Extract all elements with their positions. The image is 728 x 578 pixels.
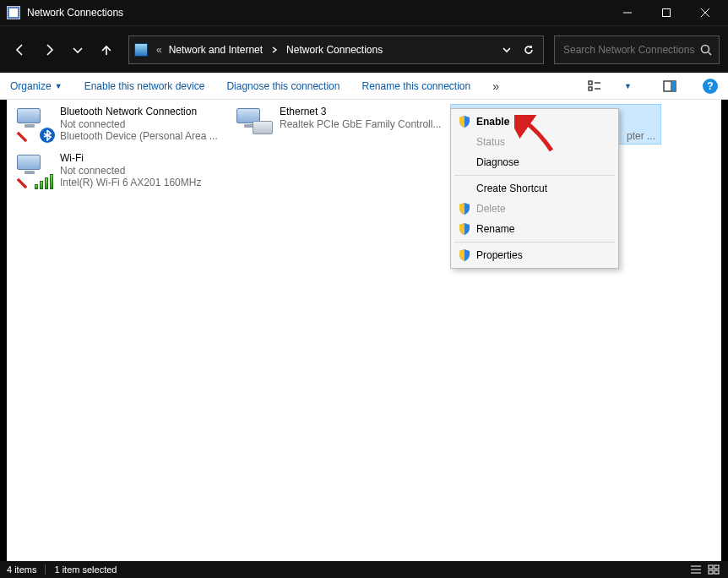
svg-line-17 xyxy=(18,179,26,188)
maximize-button[interactable] xyxy=(647,0,686,25)
connection-status: Not connected xyxy=(60,118,218,131)
window-icon xyxy=(7,6,20,19)
organize-menu[interactable]: Organize ▼ xyxy=(10,80,62,92)
breadcrumb-seg-network-and-internet[interactable]: Network and Internet xyxy=(166,42,266,57)
rename-connection-button[interactable]: Rename this connection xyxy=(361,80,470,92)
connection-device: Bluetooth Device (Personal Area ... xyxy=(60,130,218,143)
up-button[interactable] xyxy=(95,38,118,62)
search-input[interactable] xyxy=(562,43,700,57)
status-bar: 4 items 1 item selected xyxy=(0,561,728,578)
disabled-x-icon xyxy=(16,131,28,143)
context-menu-label: Rename xyxy=(476,223,514,235)
svg-line-6 xyxy=(709,52,711,55)
connection-name: Ethernet 3 xyxy=(280,106,441,118)
breadcrumb-seg-network-connections[interactable]: Network Connections xyxy=(283,42,386,57)
menu-separator xyxy=(454,175,615,176)
close-button[interactable] xyxy=(686,0,725,25)
svg-rect-7 xyxy=(589,81,592,85)
connection-device: Realtek PCIe GbE Family Controll... xyxy=(280,118,441,131)
view-caret-icon[interactable]: ▼ xyxy=(624,82,632,90)
uac-shield-icon xyxy=(458,248,471,262)
context-menu-label: Properties xyxy=(476,249,523,261)
context-menu-delete: Delete xyxy=(453,199,617,219)
uac-shield-icon xyxy=(458,202,471,215)
bluetooth-icon xyxy=(40,128,55,143)
status-item-count: 4 items xyxy=(7,564,36,575)
address-history-button[interactable] xyxy=(496,39,518,61)
connection-device-fragment: pter ... xyxy=(627,130,655,142)
svg-rect-24 xyxy=(714,570,719,574)
connection-device: Intel(R) Wi-Fi 6 AX201 160MHz xyxy=(60,177,201,189)
breadcrumb-prefix: « xyxy=(153,42,166,57)
svg-rect-13 xyxy=(671,81,676,91)
context-menu-label: Diagnose xyxy=(476,156,519,168)
diagnose-button[interactable]: Diagnose this connection xyxy=(226,80,340,92)
svg-line-15 xyxy=(18,133,26,141)
address-bar[interactable]: « Network and Internet Network Connectio… xyxy=(128,35,544,64)
chevron-right-icon xyxy=(266,45,283,55)
context-menu-rename[interactable]: Rename xyxy=(453,219,617,239)
status-selection-count: 1 item selected xyxy=(54,564,117,575)
details-view-button[interactable] xyxy=(688,564,704,575)
content-area[interactable]: Bluetooth Network Connection Not connect… xyxy=(7,100,721,561)
adapter-icon xyxy=(14,106,55,143)
context-menu-label: Delete xyxy=(476,203,506,215)
svg-rect-21 xyxy=(709,565,713,569)
search-icon xyxy=(700,44,712,56)
disabled-x-icon xyxy=(16,177,28,189)
svg-rect-8 xyxy=(589,87,592,90)
connection-name: Wi-Fi xyxy=(60,152,201,165)
location-icon xyxy=(134,43,148,57)
context-menu-properties[interactable]: Properties xyxy=(453,245,617,265)
uac-shield-icon xyxy=(458,115,471,128)
command-bar: Organize ▼ Enable this network device Di… xyxy=(0,73,728,100)
annotation-arrow-icon xyxy=(514,115,558,156)
more-commands-button[interactable]: » xyxy=(492,79,499,93)
organize-label: Organize xyxy=(10,80,52,92)
context-menu-label: Status xyxy=(476,136,505,148)
svg-point-5 xyxy=(702,45,709,52)
preview-pane-button[interactable] xyxy=(662,79,677,94)
uac-shield-icon xyxy=(458,222,471,236)
back-button[interactable] xyxy=(8,38,32,62)
minimize-button[interactable] xyxy=(608,0,647,25)
search-box[interactable] xyxy=(554,35,720,64)
adapter-icon xyxy=(14,152,55,189)
connection-bluetooth[interactable]: Bluetooth Network Connection Not connect… xyxy=(11,104,222,144)
connection-status: Not connected xyxy=(60,165,201,177)
help-button[interactable]: ? xyxy=(703,79,718,94)
wifi-signal-icon xyxy=(35,174,53,189)
recent-locations-button[interactable] xyxy=(66,38,90,62)
view-options-button[interactable] xyxy=(587,79,602,94)
svg-rect-23 xyxy=(709,570,713,574)
forward-button[interactable] xyxy=(37,38,61,62)
adapter-icon xyxy=(234,106,274,143)
context-menu-create-shortcut[interactable]: Create Shortcut xyxy=(453,178,617,199)
title-bar: Network Connections xyxy=(0,0,728,25)
status-separator xyxy=(45,564,46,575)
connection-wifi[interactable]: Wi-Fi Not connected Intel(R) Wi-Fi 6 AX2… xyxy=(11,150,222,191)
enable-device-button[interactable]: Enable this network device xyxy=(84,80,205,92)
connection-ethernet-3[interactable]: Ethernet 3 Realtek PCIe GbE Family Contr… xyxy=(231,104,442,144)
refresh-button[interactable] xyxy=(518,39,540,61)
caret-down-icon: ▼ xyxy=(55,82,62,90)
nav-row: « Network and Internet Network Connectio… xyxy=(0,25,728,73)
svg-rect-1 xyxy=(663,9,671,17)
context-menu-label: Create Shortcut xyxy=(476,183,547,194)
connection-name: Bluetooth Network Connection xyxy=(60,106,218,118)
large-icons-view-button[interactable] xyxy=(706,564,721,575)
svg-rect-22 xyxy=(714,565,719,569)
window-title: Network Connections xyxy=(27,7,123,19)
context-menu-label: Enable xyxy=(476,116,509,128)
menu-separator xyxy=(454,242,615,243)
